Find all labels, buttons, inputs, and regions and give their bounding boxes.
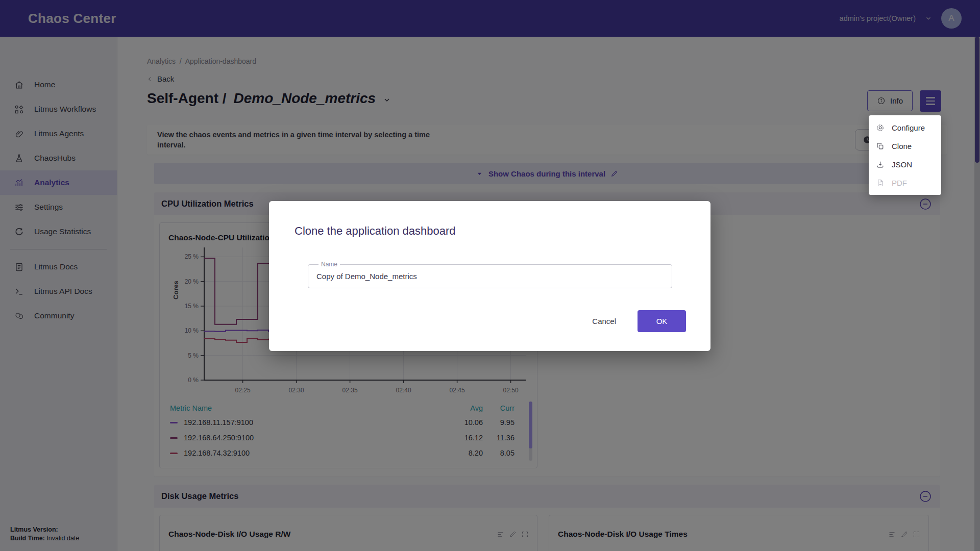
menu-item-pdf[interactable]: PDF [869,173,941,192]
file-icon [876,179,885,187]
copy-icon [876,142,885,151]
cancel-button[interactable]: Cancel [592,317,616,325]
name-field-label: Name [318,261,340,268]
dashboard-menu-popover: Configure Clone JSON PDF [869,115,941,195]
gear-icon [876,123,885,132]
clone-dashboard-modal: Clone the application dashboard Name Can… [269,201,710,351]
name-field: Name [308,264,672,288]
menu-item-json[interactable]: JSON [869,155,941,173]
ok-button[interactable]: OK [638,310,686,332]
chaos-center-app: Chaos Center admin's project(Owner) A Ho… [0,0,980,551]
dashboard-name-input[interactable] [308,265,672,288]
download-icon [876,160,885,169]
modal-title: Clone the application dashboard [295,224,456,238]
menu-item-clone[interactable]: Clone [869,137,941,155]
menu-item-configure[interactable]: Configure [869,118,941,137]
